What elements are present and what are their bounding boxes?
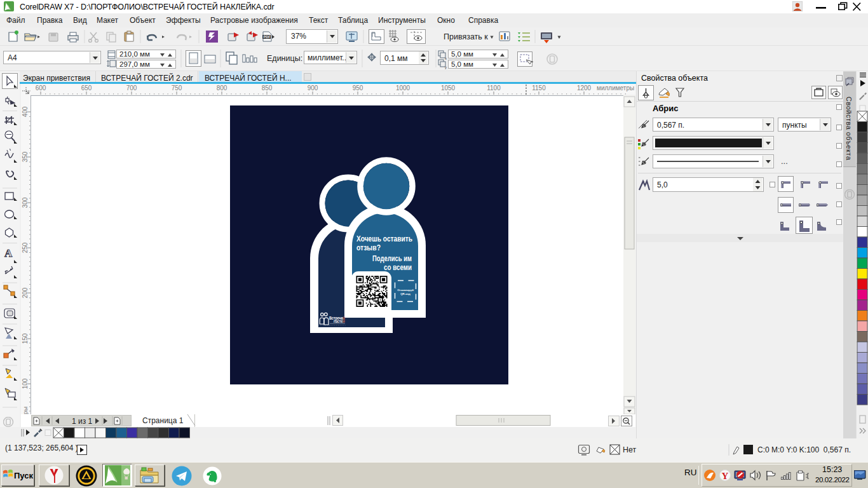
svg-text:100: 100: [22, 378, 29, 389]
svg-text:600: 600: [36, 85, 46, 92]
svg-text:400: 400: [22, 106, 29, 117]
svg-text:PDF: PDF: [264, 35, 271, 39]
svg-text:Поделись им: Поделись им: [372, 254, 412, 263]
svg-text:300: 300: [22, 197, 29, 208]
svg-text:150: 150: [22, 333, 29, 344]
svg-text:900: 900: [308, 85, 318, 92]
svg-text:800: 800: [217, 85, 227, 92]
svg-text:гостей: гостей: [334, 319, 345, 323]
svg-text:A: A: [4, 247, 13, 259]
svg-text:200: 200: [22, 287, 29, 298]
svg-text:1 из 1: 1 из 1: [72, 417, 93, 426]
svg-text:750: 750: [172, 85, 182, 92]
svg-text:со всеми: со всеми: [384, 263, 412, 272]
svg-text:700: 700: [126, 85, 137, 92]
svg-text:350: 350: [22, 151, 29, 162]
svg-text:миллиметры: миллиметры: [597, 85, 634, 92]
svg-text:Отсканируй: Отсканируй: [397, 288, 414, 292]
svg-text:отзыв?: отзыв?: [356, 243, 381, 252]
svg-text:Хочешь оставить: Хочешь оставить: [356, 234, 412, 243]
svg-text:250: 250: [22, 242, 29, 253]
svg-text:Страница 1: Страница 1: [142, 416, 184, 425]
svg-text:950: 950: [353, 85, 363, 92]
svg-text:x: x: [445, 57, 447, 60]
svg-text:1000: 1000: [396, 85, 410, 92]
svg-text:Y: Y: [722, 471, 729, 481]
svg-text:C:0 M:0 Y:0 K:100 0,567 п.: C:0 M:0 Y:0 K:100 0,567 п.: [757, 445, 851, 454]
svg-text:y: y: [445, 65, 447, 69]
svg-text:1100: 1100: [487, 85, 501, 92]
svg-text:Нет: Нет: [623, 445, 637, 454]
svg-text:1150: 1150: [532, 85, 546, 92]
svg-text:Единицы:: Единицы:: [267, 54, 302, 63]
svg-text:650: 650: [81, 85, 92, 92]
svg-text:QR-код: QR-код: [400, 292, 410, 295]
svg-text:1200: 1200: [577, 85, 592, 92]
svg-text:850: 850: [262, 85, 273, 92]
svg-text:1050: 1050: [441, 85, 456, 92]
svg-text:Привязать к: Привязать к: [444, 32, 488, 41]
